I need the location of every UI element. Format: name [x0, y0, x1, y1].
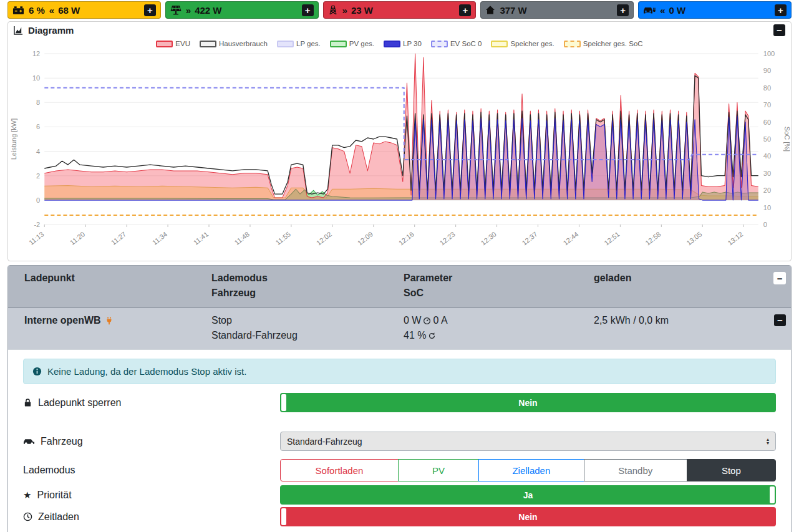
chargepoint-mode-cell: Stop Standard-Fahrzeug	[195, 313, 387, 343]
chart-area-icon	[14, 26, 23, 35]
svg-text:10: 10	[32, 74, 40, 82]
legend-label: LP ges.	[296, 40, 321, 47]
svg-text:10: 10	[763, 204, 771, 211]
svg-text:80: 80	[763, 84, 771, 92]
legend-item[interactable]: LP ges.	[277, 40, 321, 47]
svg-text:11:41: 11:41	[192, 230, 210, 246]
flow-direction-arrow: »	[186, 5, 190, 16]
svg-text:8: 8	[36, 99, 40, 106]
battery-expand-button[interactable]: +	[144, 4, 156, 16]
svg-text:SoC [%]: SoC [%]	[783, 127, 791, 152]
lock-toggle-value: Nein	[518, 398, 537, 408]
collapse-all-button[interactable]: −	[773, 272, 786, 284]
svg-text:11:48: 11:48	[233, 230, 251, 246]
legend-item[interactable]: Speicher ges. SoC	[564, 40, 643, 47]
house-expand-button[interactable]: +	[617, 4, 629, 16]
pv-status-box[interactable]: » 422 W +	[165, 1, 319, 19]
svg-text:11:13: 11:13	[27, 230, 46, 246]
lock-label: Ladepunkt sperren	[38, 397, 121, 409]
svg-text:12:58: 12:58	[644, 230, 662, 246]
lock-label-group: Ladepunkt sperren	[23, 397, 280, 409]
svg-text:6: 6	[36, 123, 40, 130]
svg-text:4: 4	[36, 148, 40, 155]
house-status-box[interactable]: 377 W +	[480, 1, 634, 19]
pv-expand-button[interactable]: +	[302, 4, 314, 16]
svg-text:0: 0	[763, 221, 767, 228]
chart-legend: EVUHausverbrauchLP ges.PV ges.LP 30EV So…	[8, 37, 791, 47]
header-geladen: geladen	[578, 271, 762, 286]
status-alert: Keine Ladung, da der Lademodus Stop akti…	[23, 359, 776, 384]
svg-text:12:02: 12:02	[315, 230, 333, 246]
mode-button-standby[interactable]: Standby	[584, 459, 687, 481]
car-icon	[23, 437, 35, 446]
timed-label: Zeitladen	[38, 511, 79, 523]
battery-power-value: 68 W	[58, 5, 80, 16]
svg-text:11:34: 11:34	[151, 230, 169, 246]
svg-text:70: 70	[763, 101, 771, 109]
mode-button-zielladen[interactable]: Zielladen	[478, 459, 584, 481]
chargepoint-status-box[interactable]: « 0 W +	[638, 1, 792, 19]
legend-item[interactable]: EVU	[156, 40, 190, 47]
svg-text:0: 0	[36, 196, 40, 204]
legend-label: EVU	[175, 40, 190, 47]
refresh-soc-icon[interactable]	[428, 332, 436, 340]
priority-toggle[interactable]: Ja	[280, 485, 776, 505]
chargepoint-expand-button[interactable]: +	[775, 4, 787, 16]
svg-text:12: 12	[32, 50, 40, 57]
legend-label: EV SoC 0	[450, 40, 482, 47]
timed-toggle[interactable]: Nein	[280, 507, 776, 526]
chargepoint-name-cell: Interne openWB	[8, 313, 195, 328]
legend-label: Hausverbrauch	[219, 40, 268, 47]
clock-icon	[23, 512, 32, 521]
info-icon	[32, 367, 42, 376]
legend-swatch	[200, 41, 216, 47]
chargepoint-parameter-cell: 0 W0 A 41 %	[387, 313, 578, 343]
legend-label: LP 30	[403, 40, 422, 47]
mode-label: Lademodus	[23, 465, 75, 476]
svg-text:13:05: 13:05	[685, 230, 703, 246]
vehicle-row: Fahrzeug Standard-Fahrzeug ▴▾	[23, 432, 776, 451]
legend-item[interactable]: PV ges.	[330, 40, 374, 47]
grid-status-box[interactable]: » 23 W +	[323, 1, 477, 19]
header-fahrzeug: Fahrzeug	[211, 286, 387, 301]
svg-text:40: 40	[763, 152, 771, 160]
timed-toggle-value: Nein	[518, 512, 537, 522]
toggle-handle	[281, 508, 286, 525]
svg-text:90: 90	[763, 67, 771, 74]
svg-text:2: 2	[36, 172, 40, 180]
flow-direction-arrow: «	[660, 5, 664, 16]
svg-text:60: 60	[763, 118, 771, 126]
chargepoint-name: Interne openWB	[24, 313, 101, 328]
chargepoint-table: Ladepunkt Lademodus Fahrzeug Parameter S…	[7, 265, 792, 532]
svg-text:11:27: 11:27	[110, 230, 128, 246]
vehicle-select[interactable]: Standard-Fahrzeug ▴▾	[280, 432, 776, 451]
svg-text:-2: -2	[34, 221, 40, 228]
svg-text:30: 30	[763, 170, 771, 177]
header-lademodus: Lademodus	[211, 271, 387, 286]
select-caret-icon: ▴▾	[767, 438, 769, 445]
svg-text:12:23: 12:23	[438, 230, 457, 246]
lock-row: Ladepunkt sperren Nein	[23, 393, 776, 412]
svg-text:11:55: 11:55	[274, 230, 293, 246]
grid-expand-button[interactable]: +	[459, 4, 471, 16]
mode-button-stop[interactable]: Stop	[687, 459, 776, 481]
timer-icon	[423, 317, 431, 325]
chargepoint-soc-value: 41 %	[404, 330, 426, 341]
diagram-collapse-button[interactable]: −	[773, 24, 785, 36]
legend-item[interactable]: Hausverbrauch	[200, 40, 268, 47]
chargepoint-power-value: 0 W	[669, 5, 686, 16]
mode-button-pv[interactable]: PV	[398, 459, 479, 481]
grid-power-value: 23 W	[351, 5, 373, 16]
legend-item[interactable]: EV SoC 0	[431, 40, 482, 47]
mode-button-sofortladen[interactable]: Sofortladen	[280, 459, 399, 481]
chargepoint-vehicle: Standard-Fahrzeug	[211, 328, 387, 343]
timed-row: Zeitladen Nein	[23, 507, 776, 526]
lock-toggle[interactable]: Nein	[280, 393, 776, 412]
legend-item[interactable]: LP 30	[384, 40, 422, 47]
legend-swatch	[330, 41, 347, 47]
battery-status-box[interactable]: 6 % « 68 W +	[7, 1, 161, 19]
legend-item[interactable]: Speicher ges.	[491, 40, 554, 47]
chargepoint-row[interactable]: Interne openWB Stop Standard-Fahrzeug 0 …	[8, 307, 791, 349]
chargepoint-collapse-button[interactable]: −	[774, 314, 786, 326]
timed-label-group: Zeitladen	[23, 511, 280, 523]
